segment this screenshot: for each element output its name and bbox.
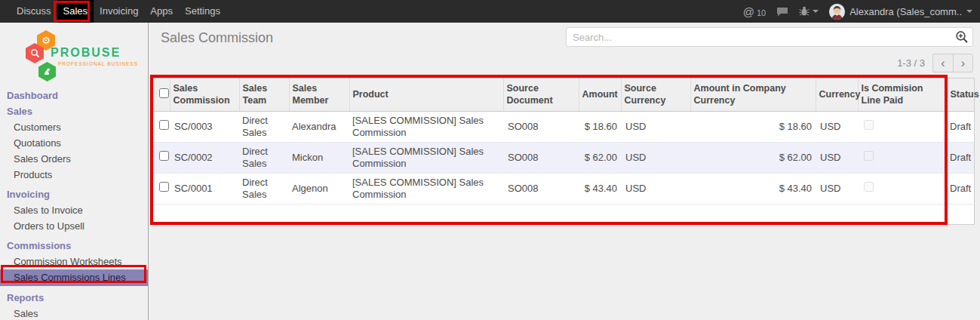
table-row[interactable]: SC/0002 Direct Sales Mickon [SALES COMMI… [153,142,974,173]
col-sales-team[interactable]: Sales Team [239,78,289,111]
sidebar-item[interactable]: Invoicing [0,186,148,202]
sidebar-item[interactable]: Sales Orders [0,151,148,167]
messages-button[interactable] [776,7,788,17]
cell-currency: USD [816,111,858,142]
user-menu[interactable]: Alexandra (Sales_comm.. [829,4,972,20]
col-status[interactable]: Status [947,78,974,111]
cell-sales-member: Algenon [289,173,349,204]
menu-item[interactable]: Settings [179,0,226,23]
is-paid-checkbox [864,120,874,130]
cell-source-document: SO008 [503,111,579,142]
page-title: Sales Commission [161,30,273,46]
logo-title: PROBUSE [51,46,121,60]
col-sales-commission[interactable]: Sales Commission [170,78,239,111]
chevron-down-icon [966,10,972,13]
row-checkbox[interactable] [159,120,169,130]
wrench-icon [43,67,52,76]
col-sales-member[interactable]: Sales Member [289,78,349,111]
sidebar-item[interactable]: Dashboard [0,88,148,103]
cell-is-paid [858,142,947,173]
cell-source-currency: USD [621,142,690,173]
cell-sales-commission: SC/0003 [170,111,239,142]
cell-product: [SALES COMMISSION] Sales Commission [349,142,503,173]
table-header-row: Sales Commission Sales Team Sales Member… [153,78,974,111]
is-paid-checkbox [864,151,874,161]
table-row[interactable]: SC/0001 Direct Sales Algenon [SALES COMM… [153,173,974,204]
col-product[interactable]: Product [349,78,503,111]
cell-status: Draft [947,111,974,142]
cell-sales-team: Direct Sales [239,173,289,204]
row-checkbox[interactable] [159,151,169,161]
search-zoom-icon[interactable] [951,30,972,44]
sidebar-item[interactable]: Sales [0,103,148,119]
pager-count: 1-3 / 3 [897,57,925,69]
pager-prev-button[interactable]: ‹ [932,54,953,72]
cell-is-paid [858,111,947,142]
menu-item[interactable]: Apps [144,0,179,23]
chevron-down-icon [813,10,819,13]
cell-status: Draft [947,142,974,173]
pager: 1-3 / 3 ‹ › [897,54,973,72]
bug-icon [799,6,809,17]
app-menu: Discuss Sales Invoicing Apps Settings [0,0,226,23]
cell-amount-company: $ 43.40 [690,173,816,204]
row-select-cell [153,111,170,142]
logo-subtitle: PROFESSIONAL BUSINESS [58,61,138,66]
chat-bubble-icon [776,7,788,17]
select-all-checkbox[interactable] [159,88,169,98]
cell-source-document: SO008 [503,142,579,173]
debug-menu[interactable] [799,6,819,17]
mention-count: 10 [757,8,766,17]
cell-source-currency: USD [621,111,690,142]
gear-icon: ⚙ [41,35,51,46]
sidebar-item[interactable]: Customers [0,119,148,135]
cell-status: Draft [947,173,974,204]
cell-source-document: SO008 [503,173,579,204]
commission-table: Sales Commission Sales Team Sales Member… [152,78,975,225]
logo-hex-tool [38,62,56,82]
cell-currency: USD [816,142,858,173]
probuse-logo: ⚙ PROBUSE PROFESSIONAL BUSINESS [0,27,148,82]
table-empty-space [153,205,974,224]
sidebar-item[interactable]: Reports [0,290,148,306]
row-select-cell [153,173,170,204]
search-input[interactable] [567,32,951,43]
cell-sales-team: Direct Sales [239,142,289,173]
sidebar-item[interactable]: Sales Commissions Lines [0,269,148,286]
table-row[interactable]: SC/0003 Direct Sales Alexandra [SALES CO… [153,111,974,142]
col-amount-company-currency[interactable]: Amount in Company Currency [690,78,816,111]
menu-item[interactable]: Sales [57,0,94,23]
col-currency[interactable]: Currency [816,78,858,111]
sidebar: ⚙ PROBUSE PROFESSIONAL BUSINESS [0,23,149,320]
user-name: Alexandra (Sales_comm.. [849,6,962,17]
cell-amount-company: $ 18.60 [690,111,816,142]
col-is-paid[interactable]: Is Commision Line Paid [858,78,947,111]
mentions-counter[interactable]: @ 10 [743,5,766,18]
sidebar-nav: Dashboard Sales Customers Quotations Sal… [0,88,148,320]
row-checkbox[interactable] [159,182,169,192]
cell-sales-team: Direct Sales [239,111,289,142]
is-paid-checkbox [864,182,874,192]
menu-item[interactable]: Invoicing [94,0,144,23]
col-source-currency[interactable]: Source Currency [621,78,690,111]
cell-product: [SALES COMMISSION] Sales Commission [349,111,503,142]
cell-currency: USD [816,173,858,204]
pager-next-button[interactable]: › [953,54,973,72]
menu-item[interactable]: Discuss [11,0,57,23]
cell-amount: $ 43.40 [579,173,621,204]
sidebar-item[interactable]: Commission Worksheets [0,254,148,269]
screen: Discuss Sales Invoicing Apps Settings [0,0,980,320]
sidebar-item[interactable]: Orders to Upsell [0,218,148,234]
sidebar-item[interactable]: Sales to Invoice [0,202,148,218]
sidebar-item[interactable]: Commissions [0,238,148,254]
col-source-document[interactable]: Source Document [503,78,579,111]
sidebar-item[interactable]: Quotations [0,135,148,151]
main-content: Sales Commission 1-3 / 3 ‹ › [149,23,980,320]
row-select-cell [153,142,170,173]
col-amount[interactable]: Amount [579,78,621,111]
sidebar-item[interactable]: Products [0,167,148,183]
sidebar-item[interactable]: Sales [0,306,148,320]
cell-amount: $ 62.00 [579,142,621,173]
select-all-cell [153,78,170,111]
cell-sales-commission: SC/0002 [170,142,239,173]
